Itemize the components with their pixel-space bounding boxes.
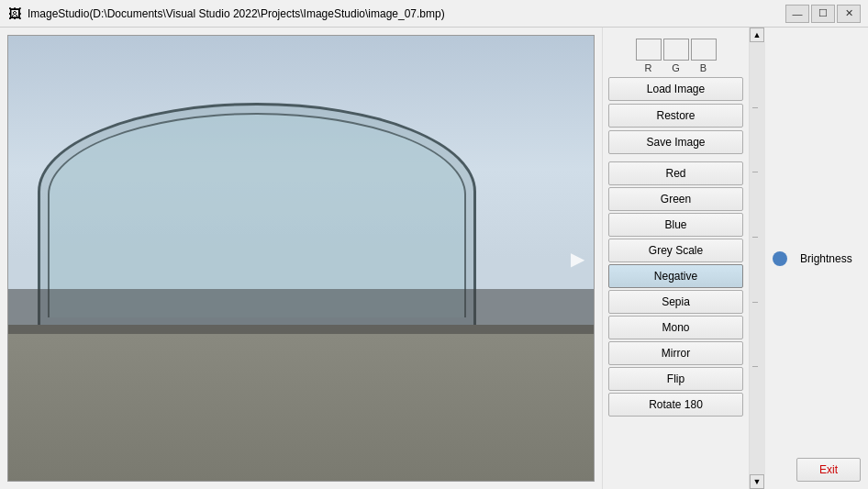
b-color-box (691, 39, 717, 61)
r-label: R (645, 62, 652, 73)
vertical-scrollbar: ▲ ▼ (749, 28, 765, 489)
brightness-panel: Brightness Exit (765, 28, 868, 489)
greyscale-button[interactable]: Grey Scale (608, 239, 743, 262)
mono-button[interactable]: Mono (608, 316, 743, 339)
sepia-button[interactable]: Sepia (608, 290, 743, 314)
b-channel: B (691, 39, 717, 73)
controls-panel: R G B Load Image Restore Save Image Red … (602, 28, 749, 489)
main-content: ▶ R G B Load Image Restore Save Image (0, 28, 868, 489)
tick5 (752, 366, 758, 367)
g-label: G (672, 62, 680, 73)
brightness-slider-thumb[interactable] (773, 251, 787, 266)
r-channel: R (636, 39, 662, 73)
red-button[interactable]: Red (608, 161, 743, 185)
top-buttons: Load Image Restore Save Image (608, 77, 743, 154)
brightness-label: Brightness (800, 252, 852, 265)
title-bar: 🖼 ImageStudio(D:\Documents\Visual Studio… (0, 0, 868, 28)
app-icon: 🖼 (7, 6, 22, 21)
image-display: ▶ (8, 36, 594, 481)
restore-button[interactable]: Restore (608, 104, 743, 128)
tick1 (752, 107, 758, 108)
blue-button[interactable]: Blue (608, 213, 743, 237)
scroll-up-button[interactable]: ▲ (750, 28, 764, 42)
title-text: ImageStudio(D:\Documents\Visual Studio 2… (28, 7, 785, 20)
tick4 (752, 302, 758, 303)
people-area (8, 289, 594, 334)
flip-button[interactable]: Flip (608, 367, 743, 391)
negative-button[interactable]: Negative (608, 264, 743, 288)
tick3 (752, 237, 758, 238)
image-arrow: ▶ (571, 248, 584, 270)
close-button[interactable]: ✕ (837, 5, 861, 23)
save-image-button[interactable]: Save Image (608, 130, 743, 154)
window-controls: — ☐ ✕ (785, 5, 861, 23)
rotate180-button[interactable]: Rotate 180 (608, 393, 743, 417)
scroll-track[interactable] (750, 42, 765, 474)
rgb-row: R G B (608, 39, 743, 73)
maximize-button[interactable]: ☐ (811, 5, 835, 23)
r-color-box (636, 39, 662, 61)
g-color-box (663, 39, 689, 61)
scroll-down-button[interactable]: ▼ (750, 474, 764, 489)
exit-area: Exit (796, 458, 861, 482)
tick2 (752, 172, 758, 172)
g-channel: G (663, 39, 689, 73)
exit-button[interactable]: Exit (796, 458, 861, 482)
green-button[interactable]: Green (608, 187, 743, 211)
mirror-button[interactable]: Mirror (608, 341, 743, 365)
load-image-button[interactable]: Load Image (608, 77, 743, 101)
minimize-button[interactable]: — (785, 5, 809, 23)
b-label: B (700, 62, 707, 73)
image-canvas: ▶ (7, 35, 595, 482)
image-panel: ▶ (0, 28, 602, 489)
ground-area (8, 325, 594, 481)
